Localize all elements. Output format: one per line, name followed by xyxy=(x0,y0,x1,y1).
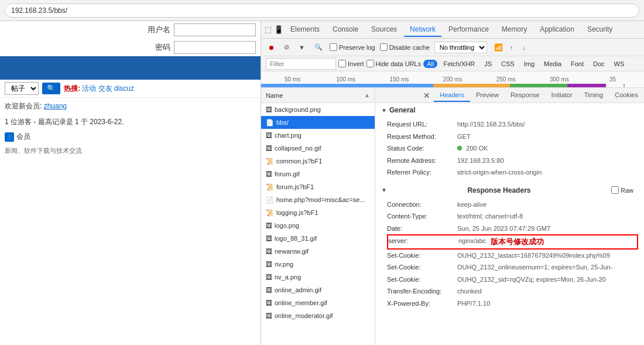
filter-img[interactable]: Img xyxy=(520,60,538,68)
general-section-header[interactable]: General xyxy=(375,103,644,117)
throttle-select[interactable]: No throttling xyxy=(434,42,487,53)
file-type-icon-js3: 📜 xyxy=(266,209,274,217)
filter-doc[interactable]: Doc xyxy=(590,60,608,68)
file-item-forum-gif[interactable]: 🖼 forum.gif xyxy=(261,168,375,180)
disable-cache-checkbox[interactable] xyxy=(380,43,388,51)
welcome-user-link[interactable]: zhuang xyxy=(44,102,67,110)
file-list-name-col: Name xyxy=(266,92,283,99)
file-item-logo88[interactable]: 🖼 logo_88_31.gif xyxy=(261,232,375,245)
tab-network[interactable]: Network xyxy=(404,23,441,37)
file-type-icon-gif7: 🖼 xyxy=(266,312,272,319)
tab-performance[interactable]: Performance xyxy=(443,23,495,37)
file-item-newarow[interactable]: 🖼 newarow.gif xyxy=(261,245,375,258)
file-type-icon-js: 📜 xyxy=(266,158,274,165)
file-item-collapsed[interactable]: 🖼 collapsed_no.gif xyxy=(261,142,375,155)
tab-memory[interactable]: Memory xyxy=(496,23,533,37)
filter-icon-button[interactable]: ▼ xyxy=(296,43,307,52)
details-tab-response[interactable]: Response xyxy=(505,89,546,102)
timeline-seg-blue xyxy=(261,84,433,87)
filter-ws[interactable]: WS xyxy=(611,60,628,68)
member-section: 👤 会员 xyxy=(0,129,261,144)
devtools-tab-bar: ⬚ 📱 Elements Console Sources Network Per… xyxy=(261,21,644,39)
tab-sources[interactable]: Sources xyxy=(365,23,403,37)
tab-console[interactable]: Console xyxy=(327,23,364,37)
post-dropdown[interactable]: 帖子 xyxy=(5,82,39,95)
response-headers-section-header[interactable]: Response Headers Raw xyxy=(375,183,644,197)
device-icon[interactable]: 📱 xyxy=(274,25,283,35)
referrer-policy-value: strict-origin-when-cross-origin xyxy=(457,168,542,177)
preserve-log-checkbox-label[interactable]: Preserve log xyxy=(330,43,375,51)
file-item-online-member[interactable]: 🖼 online_member.gif xyxy=(261,296,375,309)
file-type-icon-img2: 🖼 xyxy=(266,132,272,139)
hotlink-active[interactable]: 活动 xyxy=(82,84,96,93)
set-cookie2-key: Set-Cookie: xyxy=(387,262,457,272)
disable-cache-checkbox-label[interactable]: Disable cache xyxy=(380,43,430,51)
set-cookie2-row: Set-Cookie: OUHQ_2132_onlineusernum=1; e… xyxy=(387,261,638,274)
preserve-log-checkbox[interactable] xyxy=(330,43,337,51)
webpage-panel: 用户名 密码 帖子 🔍 热搜: 活动 交友 discuz xyxy=(0,21,261,345)
address-input[interactable] xyxy=(5,4,639,18)
file-item-loggingjs[interactable]: 📜 logging.js?bF1 xyxy=(261,206,375,219)
details-tab-preview[interactable]: Preview xyxy=(470,89,505,102)
filter-input[interactable] xyxy=(266,58,336,70)
browser-window: 用户名 密码 帖子 🔍 热搜: 活动 交友 discuz xyxy=(0,0,644,345)
x-powered-by-value: PHP/7.1.10 xyxy=(457,299,490,309)
close-button[interactable]: ✕ xyxy=(423,91,430,100)
hotlink-discuz[interactable]: discuz xyxy=(114,84,134,93)
record-button[interactable]: ⏺ xyxy=(266,43,277,52)
referrer-policy-key: Referrer Policy: xyxy=(387,168,457,177)
inspect-icon[interactable]: ⬚ xyxy=(263,25,273,35)
tab-security[interactable]: Security xyxy=(581,23,618,37)
file-item-chart[interactable]: 🖼 chart.png xyxy=(261,129,375,142)
search-button[interactable]: 🔍 xyxy=(42,83,60,94)
file-type-icon-gif6: 🖼 xyxy=(266,299,272,306)
tab-application[interactable]: Application xyxy=(534,23,580,37)
username-input[interactable] xyxy=(174,23,256,36)
filter-media[interactable]: Media xyxy=(540,60,565,68)
filter-all[interactable]: All xyxy=(423,60,437,68)
import-button[interactable]: ↑ xyxy=(508,43,516,52)
file-item-nva[interactable]: 🖼 nv_a.png xyxy=(261,271,375,283)
invert-checkbox[interactable] xyxy=(338,60,346,67)
file-item-commonjs[interactable]: 📜 common.js?bF1 xyxy=(261,155,375,168)
network-content: Name ▲ 🖼 background.png 📄 bbs/ 🖼 cha xyxy=(261,88,644,345)
filter-fetch-xhr[interactable]: Fetch/XHR xyxy=(440,60,478,68)
file-item-logo[interactable]: 🖼 logo.png xyxy=(261,219,375,232)
set-cookie1-key: Set-Cookie: xyxy=(387,251,457,261)
network-toolbar: ⏺ ⊘ ▼ 🔍 Preserve log Disable cache No th… xyxy=(261,39,644,56)
details-tab-headers[interactable]: Headers xyxy=(434,89,470,102)
file-type-icon-js2: 📜 xyxy=(266,183,274,191)
hotlink-friends[interactable]: 交友 xyxy=(98,84,112,93)
hide-data-urls-label[interactable]: Hide data URLs xyxy=(366,60,422,67)
details-tab-cookies[interactable]: Cookies xyxy=(609,89,644,102)
file-item-home[interactable]: 📄 home.php?mod=misc&ac=se... xyxy=(261,193,375,206)
webpage-blue-bar xyxy=(0,56,261,80)
details-tab-initiator[interactable]: Initiator xyxy=(546,89,578,102)
status-code-key: Status Code: xyxy=(387,144,457,153)
clear-button[interactable]: ⊘ xyxy=(282,42,292,52)
raw-checkbox-label[interactable]: Raw xyxy=(611,186,633,194)
filter-font[interactable]: Font xyxy=(567,60,587,68)
export-button[interactable]: ↓ xyxy=(520,43,528,52)
file-item-bbs[interactable]: 📄 bbs/ xyxy=(261,116,375,129)
raw-checkbox[interactable] xyxy=(611,186,619,194)
timeline-250ms: 250 ms xyxy=(479,76,533,83)
network-filter-row: Invert Hide data URLs All Fetch/XHR JS C… xyxy=(261,56,644,71)
password-input[interactable] xyxy=(174,41,256,54)
devtools-panel: ⬚ 📱 Elements Console Sources Network Per… xyxy=(261,21,644,345)
details-tab-timing[interactable]: Timing xyxy=(578,89,609,102)
file-item-online-moderator[interactable]: 🖼 online_moderator.gif xyxy=(261,309,375,322)
file-item-nv[interactable]: 🖼 nv.png xyxy=(261,258,375,271)
file-item-online-admin[interactable]: 🖼 online_admin.gif xyxy=(261,283,375,296)
file-item-background[interactable]: 🖼 background.png xyxy=(261,103,375,116)
tab-elements[interactable]: Elements xyxy=(285,23,326,37)
filter-js[interactable]: JS xyxy=(481,60,495,68)
filter-css[interactable]: CSS xyxy=(498,60,518,68)
search-network-button[interactable]: 🔍 xyxy=(312,42,325,52)
file-item-forumjs[interactable]: 📜 forum.js?bF1 xyxy=(261,180,375,193)
timeline-100ms: 100 ms xyxy=(319,76,372,83)
invert-checkbox-label[interactable]: Invert xyxy=(338,60,364,67)
set-cookie1-row: Set-Cookie: OUHQ_2132_lastact=1687679249… xyxy=(387,250,638,262)
welcome-text: 欢迎新会员: zhuang xyxy=(0,98,261,115)
hide-data-urls-checkbox[interactable] xyxy=(366,60,374,67)
